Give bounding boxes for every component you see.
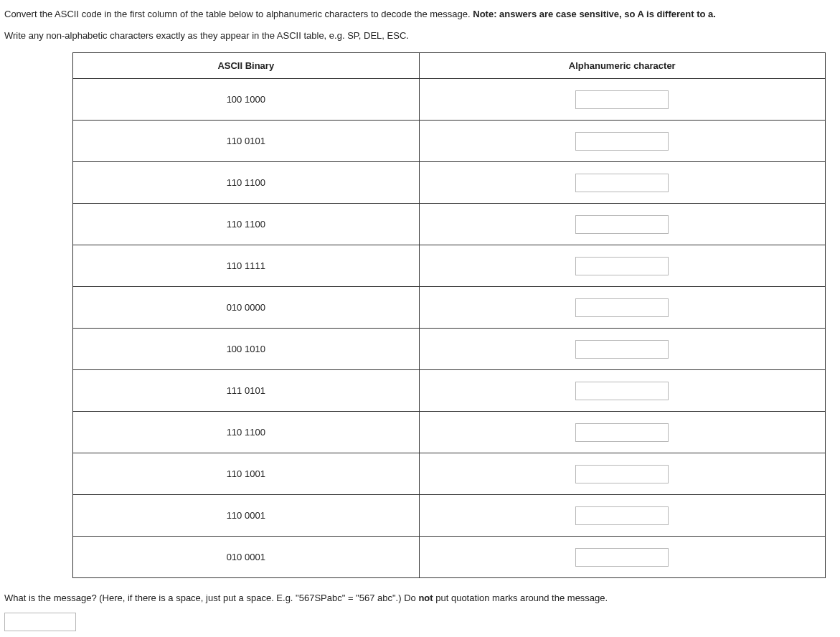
- answer-cell: [419, 453, 825, 495]
- answer-input-10[interactable]: [575, 506, 669, 525]
- answer-input-5[interactable]: [575, 298, 669, 317]
- answer-input-4[interactable]: [575, 257, 669, 275]
- binary-cell: 110 0001: [73, 495, 420, 537]
- instructions-block: Convert the ASCII code in the first colu…: [4, 7, 836, 42]
- instruction-line-2: Write any non-alphabetic characters exac…: [4, 29, 836, 43]
- binary-cell: 010 0001: [73, 537, 420, 578]
- table-row: 010 0001: [73, 537, 826, 578]
- answer-cell: [419, 79, 825, 121]
- binary-cell: 100 1010: [73, 329, 420, 370]
- col-header-binary: ASCII Binary: [73, 53, 420, 79]
- answer-cell: [419, 121, 825, 162]
- table-row: 110 0101: [73, 121, 826, 162]
- table-row: 110 1100: [73, 162, 826, 204]
- table-row: 111 0101: [73, 370, 826, 412]
- binary-cell: 100 1000: [73, 79, 420, 121]
- answer-cell: [419, 370, 825, 412]
- ascii-table: ASCII Binary Alphanumeric character 100 …: [72, 52, 826, 578]
- answer-input-9[interactable]: [575, 465, 669, 483]
- message-question-pre: What is the message? (Here, if there is …: [4, 593, 418, 603]
- table-row: 110 0001: [73, 495, 826, 537]
- binary-cell: 110 1111: [73, 245, 420, 287]
- ascii-table-wrap: ASCII Binary Alphanumeric character 100 …: [4, 52, 836, 578]
- message-answer-input[interactable]: [4, 613, 76, 631]
- binary-cell: 110 1100: [73, 162, 420, 204]
- answer-cell: [419, 287, 825, 329]
- table-row: 100 1000: [73, 79, 826, 121]
- binary-cell: 110 0101: [73, 121, 420, 162]
- answer-cell: [419, 245, 825, 287]
- answer-input-1[interactable]: [575, 132, 669, 151]
- answer-cell: [419, 537, 825, 578]
- table-row: 110 1001: [73, 453, 826, 495]
- instruction-line-1: Convert the ASCII code in the first colu…: [4, 7, 836, 22]
- answer-cell: [419, 329, 825, 370]
- answer-input-7[interactable]: [575, 382, 669, 400]
- message-question-bold: not: [418, 593, 433, 603]
- answer-input-3[interactable]: [575, 215, 669, 234]
- answer-cell: [419, 162, 825, 204]
- answer-input-11[interactable]: [575, 548, 669, 567]
- instruction-text-bold: Note: answers are case sensitive, so A i…: [473, 9, 716, 19]
- message-question-block: What is the message? (Here, if there is …: [4, 591, 836, 605]
- answer-cell: [419, 495, 825, 537]
- col-header-char: Alphanumeric character: [419, 53, 825, 79]
- table-header-row: ASCII Binary Alphanumeric character: [73, 53, 826, 79]
- table-row: 100 1010: [73, 329, 826, 370]
- binary-cell: 110 1001: [73, 453, 420, 495]
- answer-cell: [419, 204, 825, 245]
- binary-cell: 110 1100: [73, 204, 420, 245]
- answer-input-6[interactable]: [575, 340, 669, 359]
- table-row: 110 1100: [73, 412, 826, 453]
- binary-cell: 110 1100: [73, 412, 420, 453]
- binary-cell: 111 0101: [73, 370, 420, 412]
- binary-cell: 010 0000: [73, 287, 420, 329]
- table-row: 010 0000: [73, 287, 826, 329]
- answer-input-2[interactable]: [575, 174, 669, 192]
- answer-cell: [419, 412, 825, 453]
- table-row: 110 1111: [73, 245, 826, 287]
- answer-input-0[interactable]: [575, 90, 669, 109]
- instruction-text-pre: Convert the ASCII code in the first colu…: [4, 9, 473, 19]
- table-row: 110 1100: [73, 204, 826, 245]
- message-question-post: put quotation marks around the message.: [433, 593, 608, 603]
- answer-input-8[interactable]: [575, 423, 669, 442]
